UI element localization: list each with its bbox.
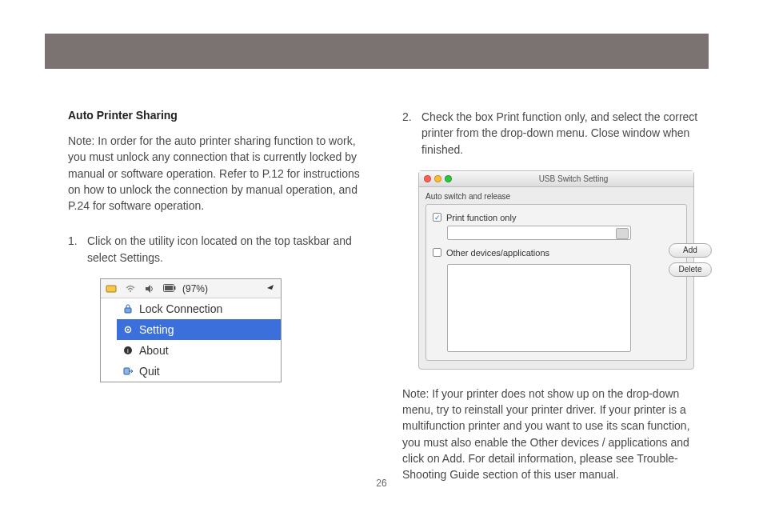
menu-item-label: Setting <box>139 323 174 336</box>
screenshot-usb-switch-window: USB Switch Setting Auto switch and relea… <box>418 170 694 370</box>
lock-icon <box>122 302 134 315</box>
info-icon: i <box>122 344 134 357</box>
step-1: 1. Click on the utility icon located on … <box>68 233 374 266</box>
other-devices-checkbox[interactable] <box>433 248 441 257</box>
menu-item-about[interactable]: i About <box>117 340 281 361</box>
menu-item-setting[interactable]: Setting <box>117 319 281 340</box>
other-devices-label: Other devices/applications <box>446 248 549 258</box>
svg-rect-10 <box>124 368 130 374</box>
screenshot-menubar-dropdown: (97%) Lock Connection Setting <box>100 278 282 382</box>
print-only-label: Print function only <box>446 213 516 222</box>
window-body: Auto switch and release ✓ Print function… <box>419 187 693 369</box>
section-title: Auto Printer Sharing <box>68 109 374 122</box>
printer-dropdown[interactable] <box>447 226 631 240</box>
group-label: Auto switch and release <box>425 192 687 201</box>
page-content: Auto Printer Sharing Note: In order for … <box>68 109 708 502</box>
other-devices-listbox[interactable] <box>447 264 631 352</box>
wifi-icon <box>125 283 136 294</box>
settings-group: ✓ Print function only Other devices/appl… <box>425 204 687 361</box>
right-column: 2. Check the box Print function only, an… <box>402 109 708 502</box>
utility-menu: Lock Connection Setting i About <box>101 298 281 382</box>
menubar: (97%) <box>101 279 281 298</box>
step-1-text: Click on the utility icon located on the… <box>87 233 374 266</box>
page-number: 26 <box>0 478 763 489</box>
step-1-number: 1. <box>68 233 87 266</box>
add-button[interactable]: Add <box>669 243 712 258</box>
menu-item-lock-connection[interactable]: Lock Connection <box>117 298 281 319</box>
svg-rect-3 <box>174 286 176 290</box>
window-titlebar: USB Switch Setting <box>419 171 693 187</box>
delete-button-label: Delete <box>679 265 702 274</box>
spotlight-icon <box>265 283 276 294</box>
svg-rect-0 <box>106 286 116 292</box>
window-title: USB Switch Setting <box>458 174 689 183</box>
window-side-buttons: Add Delete <box>669 243 712 277</box>
step-2: 2. Check the box Print function only, an… <box>402 109 708 158</box>
menu-item-quit[interactable]: Quit <box>117 361 281 382</box>
print-only-checkbox[interactable]: ✓ <box>433 213 441 222</box>
svg-point-7 <box>127 329 129 330</box>
closing-note: Note: If your printer does not show up o… <box>402 386 708 483</box>
page-header-bar <box>45 34 709 69</box>
svg-rect-5 <box>125 308 131 313</box>
gear-icon <box>122 323 134 336</box>
menu-item-label: Lock Connection <box>139 302 222 315</box>
zoom-icon[interactable] <box>445 175 452 182</box>
print-only-row: ✓ Print function only <box>433 210 680 226</box>
utility-icon <box>106 283 117 294</box>
menu-item-label: About <box>139 344 169 357</box>
battery-icon <box>163 283 174 294</box>
step-2-number: 2. <box>402 109 421 158</box>
volume-icon <box>144 283 155 294</box>
delete-button[interactable]: Delete <box>669 262 712 277</box>
svg-point-1 <box>130 290 131 292</box>
quit-icon <box>122 365 134 378</box>
intro-note: Note: In order for the auto printer shar… <box>68 133 374 214</box>
other-devices-row: Other devices/applications <box>433 245 680 261</box>
svg-rect-4 <box>165 286 173 290</box>
add-button-label: Add <box>683 246 697 254</box>
step-2-text: Check the box Print function only, and s… <box>421 109 708 158</box>
battery-percent: (97%) <box>182 283 208 294</box>
menu-item-label: Quit <box>139 365 160 378</box>
minimize-icon[interactable] <box>434 175 441 182</box>
close-icon[interactable] <box>424 175 431 182</box>
window-traffic-lights <box>424 175 452 182</box>
left-column: Auto Printer Sharing Note: In order for … <box>68 109 374 502</box>
svg-text:i: i <box>127 347 129 354</box>
